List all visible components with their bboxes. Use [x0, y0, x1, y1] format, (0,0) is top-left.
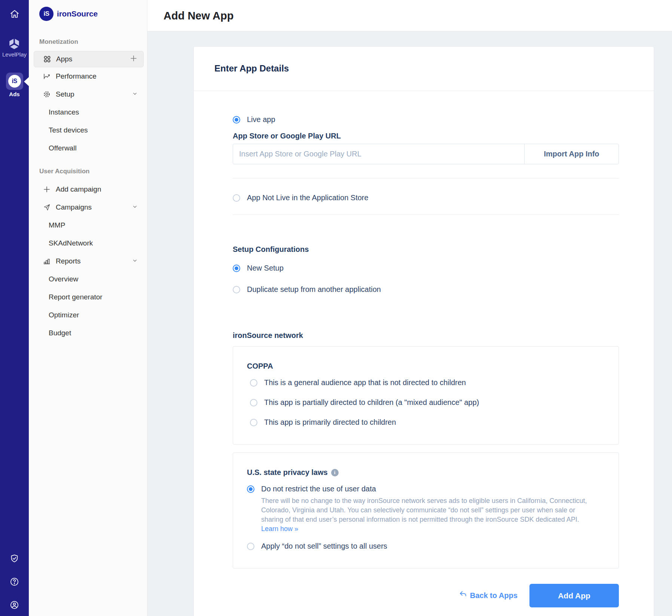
- coppa-option-label: This app is partially directed to childr…: [264, 398, 479, 407]
- sidebar-item-reports[interactable]: Reports: [29, 252, 147, 270]
- app-url-field: Import App Info: [233, 144, 619, 164]
- sidebar-item-label: Test devices: [49, 126, 88, 134]
- form-footer: Back to Apps Add App: [233, 584, 619, 607]
- sidebar-item-setup[interactable]: Setup: [29, 85, 147, 103]
- enter-app-details-card: Enter App Details Live app App Store or …: [193, 46, 654, 616]
- duplicate-setup-radio[interactable]: Duplicate setup from another application: [233, 285, 619, 294]
- ironsource-logo-text: ironSource: [57, 9, 98, 18]
- back-to-apps-link[interactable]: Back to Apps: [459, 591, 517, 601]
- description-text: There will be no change to the way ironS…: [261, 497, 587, 523]
- shield-check-icon: [9, 554, 19, 564]
- coppa-general-audience-radio[interactable]: This is a general audience app that is n…: [247, 378, 596, 387]
- sidebar-item-label: Optimizer: [49, 311, 79, 319]
- main-area: Add New App Enter App Details Live app A…: [147, 0, 672, 616]
- new-setup-radio[interactable]: New Setup: [233, 264, 619, 272]
- privacy-laws-box: U.S. state privacy laws i Do not restric…: [233, 452, 619, 568]
- chevron-down-icon: [132, 257, 138, 265]
- home-icon: [9, 9, 20, 19]
- active-section-notch: [24, 77, 29, 86]
- radio-button-icon[interactable]: [233, 116, 240, 123]
- sidebar-item-budget[interactable]: Budget: [29, 324, 147, 342]
- add-app-button[interactable]: Add App: [529, 584, 619, 607]
- page-header: Add New App: [147, 0, 672, 31]
- page-title: Add New App: [147, 0, 672, 31]
- content-area: Enter App Details Live app App Store or …: [147, 31, 672, 616]
- rail-bottom-icons: [9, 554, 19, 616]
- levelplay-cube-icon: [7, 37, 21, 51]
- coppa-title: COPPA: [247, 362, 596, 370]
- sidebar-item-label: Budget: [49, 329, 71, 337]
- radio-button-icon[interactable]: [250, 419, 257, 426]
- rail-home-button[interactable]: [9, 9, 20, 19]
- sidebar-item-test-devices[interactable]: Test devices: [29, 121, 147, 139]
- coppa-option-label: This is a general audience app that is n…: [264, 378, 466, 387]
- coppa-mixed-audience-radio[interactable]: This app is partially directed to childr…: [247, 398, 596, 407]
- rail-help-button[interactable]: [9, 577, 19, 587]
- rocket-icon: [43, 204, 51, 211]
- sidebar-item-campaigns[interactable]: Campaigns: [29, 198, 147, 216]
- radio-button-icon[interactable]: [233, 265, 240, 272]
- back-to-apps-label: Back to Apps: [470, 591, 517, 600]
- chevron-down-icon: [132, 203, 138, 211]
- rail-ads-button[interactable]: iS Ads: [6, 73, 23, 97]
- sidebar-item-apps[interactable]: Apps: [34, 51, 144, 67]
- radio-button-icon[interactable]: [250, 399, 257, 406]
- do-not-restrict-radio[interactable]: Do not restrict the use of user data: [247, 485, 596, 493]
- sidebar-item-label: Report generator: [49, 293, 103, 301]
- sidebar-item-label: Campaigns: [56, 203, 92, 211]
- radio-button-icon[interactable]: [247, 485, 254, 493]
- privacy-laws-title: U.S. state privacy laws: [247, 468, 328, 477]
- url-field-label: App Store or Google Play URL: [233, 132, 619, 140]
- radio-button-icon[interactable]: [250, 379, 257, 387]
- add-app-plus-icon[interactable]: [130, 55, 137, 64]
- sidebar-item-report-generator[interactable]: Report generator: [29, 288, 147, 306]
- coppa-box: COPPA This is a general audience app tha…: [233, 346, 619, 445]
- duplicate-setup-label: Duplicate setup from another application: [247, 285, 381, 294]
- app-not-live-label: App Not Live in the Application Store: [247, 193, 369, 202]
- sidebar-item-instances[interactable]: Instances: [29, 103, 147, 121]
- gear-icon: [43, 91, 51, 98]
- levelplay-label: LevelPlay: [2, 51, 27, 58]
- sidebar-item-offerwall[interactable]: Offerwall: [29, 139, 147, 157]
- ads-tile: iS: [6, 73, 23, 90]
- rail-profile-button[interactable]: [9, 600, 19, 610]
- live-app-label: Live app: [247, 115, 275, 124]
- performance-chart-icon: [43, 73, 51, 80]
- sidebar-item-overview[interactable]: Overview: [29, 270, 147, 288]
- apps-grid-icon: [43, 55, 51, 63]
- apply-do-not-sell-radio[interactable]: Apply “do not sell” settings to all user…: [247, 542, 596, 551]
- radio-button-icon[interactable]: [233, 286, 240, 293]
- section-header-user-acquisition: User Acquisition: [39, 168, 147, 175]
- apply-do-not-sell-label: Apply “do not sell” settings to all user…: [261, 542, 387, 551]
- divider: [233, 214, 619, 215]
- live-app-radio[interactable]: Live app: [233, 115, 619, 124]
- section-header-monetization: Monetization: [39, 38, 147, 46]
- app-url-input[interactable]: [233, 144, 524, 164]
- sidebar-item-skadnetwork[interactable]: SKAdNetwork: [29, 234, 147, 252]
- rail-levelplay-button[interactable]: LevelPlay: [2, 37, 27, 58]
- do-not-restrict-description: There will be no change to the way ironS…: [261, 496, 592, 534]
- sidebar-item-optimizer[interactable]: Optimizer: [29, 306, 147, 324]
- coppa-option-label: This app is primarily directed to childr…: [264, 418, 396, 427]
- sidebar-item-label: MMP: [49, 221, 65, 229]
- ironsource-logo: iS ironSource: [29, 0, 147, 21]
- app-not-live-radio[interactable]: App Not Live in the Application Store: [233, 193, 619, 202]
- sidebar-item-mmp[interactable]: MMP: [29, 216, 147, 234]
- ads-label: Ads: [9, 91, 19, 97]
- learn-how-link[interactable]: Learn how »: [261, 524, 298, 534]
- sidebar-item-label: Overview: [49, 275, 78, 283]
- import-app-info-button[interactable]: Import App Info: [524, 144, 618, 164]
- sidebar-item-label: Reports: [56, 257, 81, 265]
- sidebar-item-performance[interactable]: Performance: [29, 67, 147, 85]
- info-icon[interactable]: i: [331, 469, 339, 476]
- rail-security-button[interactable]: [9, 554, 19, 564]
- radio-button-icon[interactable]: [233, 194, 240, 202]
- do-not-restrict-label: Do not restrict the use of user data: [261, 485, 376, 493]
- sidebar-item-label: Setup: [56, 90, 74, 98]
- coppa-children-directed-radio[interactable]: This app is primarily directed to childr…: [247, 418, 596, 427]
- bar-chart-icon: [43, 257, 51, 265]
- sidebar-item-label: Offerwall: [49, 144, 77, 152]
- radio-button-icon[interactable]: [247, 543, 254, 550]
- divider: [233, 178, 619, 179]
- sidebar-item-add-campaign[interactable]: Add campaign: [29, 180, 147, 198]
